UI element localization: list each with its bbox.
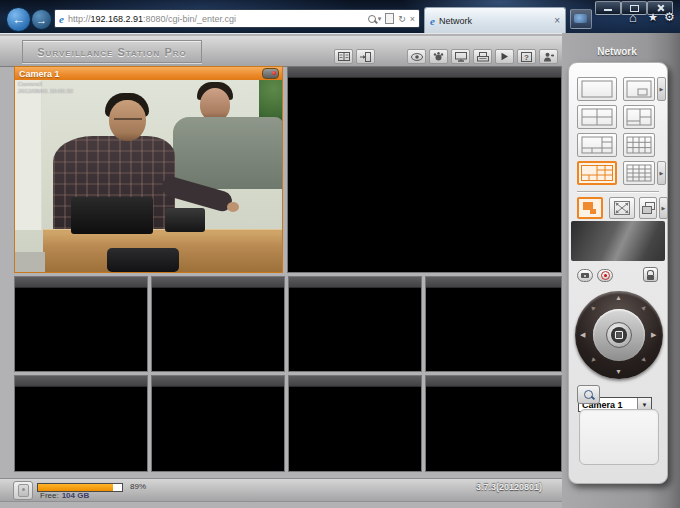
lock-button[interactable] [643,267,658,282]
record-button[interactable] [597,269,613,282]
pane-header [289,277,421,288]
video-equipment-2 [165,208,205,232]
ie-page-icon: e [59,13,64,25]
back-button[interactable]: ← [6,7,31,32]
ptz-up-icon[interactable]: ▲ [615,294,622,301]
snapshot-button[interactable] [577,269,593,282]
multi-view-button-selected[interactable] [577,197,603,219]
url-text[interactable]: http://192.168.2.91:8080/cgi-bin/_enter.… [68,14,364,24]
toolbar-left [334,49,375,64]
panel-divider [577,191,659,192]
minimize-icon [604,9,612,11]
home-icon[interactable]: ⌂ [629,10,637,25]
layout-single-button[interactable] [577,77,617,101]
camera-video-feed[interactable]: Camera1 2012/08/01 10:05:32 [15,80,282,272]
browser-chrome: ← → e http://192.168.2.91:8080/cgi-bin/_… [0,0,680,34]
control-panel: ▶ ▶ [568,62,668,484]
ptz-down-left-icon[interactable]: ▲ [588,356,598,366]
ptz-home-button[interactable] [606,322,632,348]
sequence-button[interactable] [639,197,657,219]
pane-header [426,376,561,387]
monitor-icon[interactable] [451,49,470,64]
ptz-down-right-icon[interactable]: ▲ [640,356,650,366]
layout-pip-button[interactable] [623,77,655,101]
camera-pane-2[interactable] [287,66,562,273]
video-person2-body [173,117,282,189]
camera-pane-9[interactable] [288,375,422,472]
minimize-button[interactable] [595,1,621,15]
layout-sixteen-button[interactable] [623,161,655,185]
pane-header [152,277,284,288]
layout-one-plus-three-button[interactable] [623,105,655,129]
tab-close-icon[interactable]: × [554,15,560,26]
camera-pane-3[interactable] [14,276,148,372]
pane-header [15,277,147,288]
camera-pane-5[interactable] [288,276,422,372]
ptz-up-right-icon[interactable]: ▲ [640,303,650,313]
camera-pane-4[interactable] [151,276,285,372]
layout-eight-button[interactable] [623,133,655,157]
tools-gear-icon[interactable]: ⚙ [664,10,675,24]
sequence-expander[interactable]: ▶ [659,197,668,219]
tab-title: Network [439,16,554,26]
live-view-icon[interactable] [407,49,426,64]
app-version: 3.7.3(20120801) [476,482,542,492]
setup-icon[interactable] [429,49,448,64]
layout-sixteen-expander[interactable]: ▶ [657,161,666,185]
layout-quad-button[interactable] [577,105,617,129]
disk-usage-fill [38,484,113,491]
video-person1-hand [227,202,239,212]
video-chair [107,248,179,272]
svg-text:?: ? [524,52,529,61]
disk-icon [13,481,33,500]
stop-icon[interactable]: × [410,14,415,24]
layout-pip-expander[interactable]: ▶ [657,77,666,101]
ptz-left-icon[interactable]: ◀ [580,331,585,338]
pane-header [152,376,284,387]
user-icon[interactable] [539,49,558,64]
digital-zoom-button[interactable] [577,385,600,404]
ptz-down-icon[interactable]: ▼ [615,368,622,375]
disk-free-label: Free:104 GB [40,491,89,500]
playback-icon[interactable] [495,49,514,64]
snapshot-camera-icon [581,273,589,278]
ptz-home-icon [615,331,623,339]
new-tab-button[interactable] [570,9,592,29]
camera-pane-1[interactable]: Camera 1 Camera1 2012/08/01 10:05:32 [14,66,283,273]
preset-info-box [579,409,659,465]
back-icon: ← [12,12,25,27]
multi-panel-icon[interactable] [334,49,353,64]
camera-pane-7[interactable] [14,375,148,472]
layout-one-plus-five-button[interactable] [577,133,617,157]
layout-one-plus-seven-button-selected[interactable] [577,161,617,185]
camera-pane-8[interactable] [151,375,285,472]
favorites-star-icon[interactable]: ★ [648,11,658,24]
toolbar-right: ? [407,49,558,64]
browser-tab[interactable]: e Network × [424,7,566,33]
exit-icon[interactable] [356,49,375,64]
full-screen-button[interactable] [609,197,635,219]
zoom-magnifier-icon [584,390,593,399]
ptz-right-icon[interactable]: ▶ [651,331,656,338]
camera-pane-6[interactable] [425,276,562,372]
forward-button[interactable]: → [31,9,52,30]
ptz-up-left-icon[interactable]: ▲ [588,303,598,313]
video-equipment [71,197,153,234]
ptz-control-wheel[interactable]: ▲ ▼ ◀ ▶ ▲ ▲ ▲ ▲ [575,291,663,379]
tab-favicon: e [430,15,435,27]
sidebar-title: Network [562,46,672,57]
search-icon[interactable] [368,15,376,23]
refresh-icon[interactable]: ↻ [398,14,406,24]
camera-select-strip: Camera 1 ▼ [571,221,665,261]
disk-usage-percent: 89% [130,482,146,491]
camera-pane-10[interactable] [425,375,562,472]
video-wall [15,80,42,230]
pane-header [15,376,147,387]
disk-free-value: 104 GB [62,491,90,500]
help-icon[interactable]: ? [517,49,536,64]
address-bar[interactable]: e http://192.168.2.91:8080/cgi-bin/_ente… [54,9,420,28]
video-overlay-timestamp: 2012/08/01 10:05:32 [18,88,73,95]
compatibility-icon[interactable] [385,13,394,24]
archive-icon[interactable] [473,49,492,64]
search-dropdown-icon[interactable]: ▾ [378,15,382,23]
